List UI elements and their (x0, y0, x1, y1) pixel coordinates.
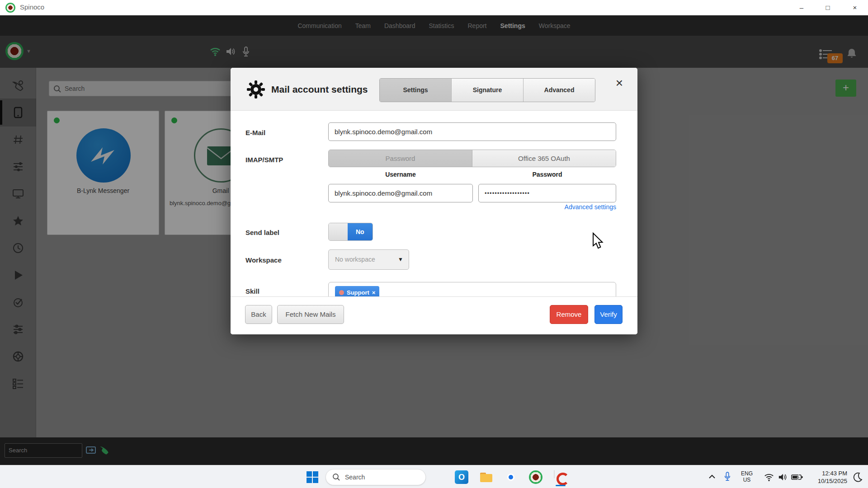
fetch-new-mails-button[interactable]: Fetch New Mails (277, 305, 344, 324)
mail-account-settings-dialog: Mail account settings Settings Signature… (231, 68, 637, 334)
toggle-knob (329, 223, 348, 240)
back-button[interactable]: Back (245, 305, 272, 324)
email-input[interactable] (328, 122, 616, 141)
email-label: E-Mail (245, 129, 265, 136)
spinoco-window-icon (5, 3, 15, 13)
tray-volume-icon[interactable] (778, 473, 788, 483)
password-input[interactable] (478, 184, 616, 202)
tray-date: 10/15/2025 (818, 478, 847, 484)
send-label-label: Send label (245, 229, 279, 236)
tray-chevron-up-icon[interactable] (708, 474, 716, 482)
verify-button[interactable]: Verify (594, 305, 623, 324)
dialog-footer: Back Fetch New Mails Remove Verify (231, 296, 637, 334)
tab-signature[interactable]: Signature (451, 79, 523, 102)
file-explorer-icon[interactable] (479, 470, 493, 484)
toggle-value: No (348, 223, 373, 240)
skill-color-dot (339, 290, 344, 295)
minimize-button[interactable]: – (794, 2, 809, 14)
screen: Communication Team Dashboard Statistics … (0, 0, 868, 488)
taskbar-search-label: Search (345, 474, 365, 481)
username-column-label: Username (328, 171, 473, 178)
advanced-settings-link[interactable]: Advanced settings (328, 203, 616, 211)
tab-settings[interactable]: Settings (380, 79, 451, 102)
dialog-tabs: Settings Signature Advanced (379, 78, 595, 102)
gear-icon (246, 80, 266, 99)
chip-close-icon[interactable]: × (372, 289, 376, 296)
imap-smtp-label: IMAP/SMTP (245, 156, 283, 164)
language-line1: ENG (741, 470, 753, 477)
tray-microphone-icon[interactable] (723, 471, 731, 484)
tray-battery-icon[interactable] (791, 474, 803, 483)
windows-taskbar: Search O ENG US 12:43 PM 10/15/2025 (0, 465, 868, 488)
tray-time: 12:43 PM (822, 470, 847, 477)
maximize-button[interactable]: □ (820, 2, 835, 14)
search-icon (332, 473, 340, 481)
auth-method-segmented: Password Office 365 OAuth (328, 150, 616, 167)
dialog-title: Mail account settings (271, 84, 368, 95)
windows-start-icon[interactable] (306, 470, 319, 484)
tray-clock[interactable]: 12:43 PM 10/15/2025 (808, 469, 847, 485)
tab-advanced[interactable]: Advanced (523, 79, 595, 102)
username-input[interactable] (328, 184, 473, 202)
chevron-down-icon: ▼ (398, 256, 403, 263)
auth-password-option[interactable]: Password (329, 150, 472, 167)
workspace-select[interactable]: No workspace ▼ (328, 249, 409, 270)
close-icon[interactable]: × (613, 76, 626, 90)
workspace-label: Workspace (245, 256, 282, 264)
workspace-value: No workspace (335, 256, 375, 263)
active-app-icon[interactable] (554, 470, 555, 479)
remove-button[interactable]: Remove (550, 305, 588, 324)
window-titlebar: Spinoco – □ × (0, 0, 868, 15)
mouse-cursor (591, 232, 605, 251)
tray-language[interactable]: ENG US (738, 470, 756, 483)
dialog-header: Mail account settings Settings Signature… (231, 68, 637, 111)
tray-wifi-icon[interactable] (764, 473, 774, 483)
tray-night-mode-icon[interactable] (853, 472, 863, 484)
close-window-button[interactable]: × (847, 2, 863, 14)
outlook-icon[interactable]: O (455, 470, 468, 484)
auth-oauth-option[interactable]: Office 365 OAuth (472, 150, 616, 167)
active-app-indicator (556, 485, 566, 486)
skill-chip-label: Support (347, 289, 369, 296)
taskbar-search[interactable]: Search (326, 469, 426, 485)
spinoco-taskbar-icon[interactable] (529, 470, 542, 484)
password-column-label: Password (478, 171, 616, 178)
window-title: Spinoco (20, 3, 44, 11)
skill-label: Skill (245, 287, 259, 295)
send-label-toggle[interactable]: No (328, 223, 373, 241)
language-line2: US (743, 477, 751, 483)
